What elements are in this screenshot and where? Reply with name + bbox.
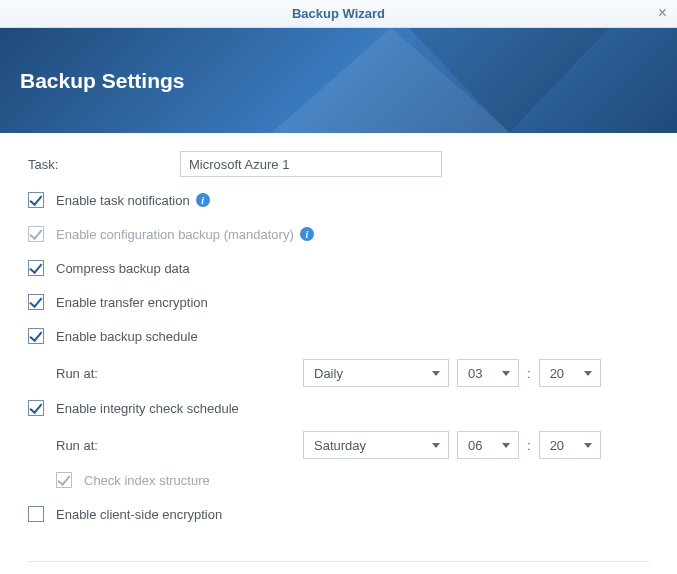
encryption-label: Enable transfer encryption <box>56 295 208 310</box>
close-icon[interactable]: × <box>658 4 667 22</box>
schedule-hour-value: 03 <box>468 366 482 381</box>
compress-row: Compress backup data <box>28 257 649 279</box>
banner: Backup Settings <box>0 28 677 133</box>
check-index-row: Check index structure <box>28 469 649 491</box>
task-input[interactable] <box>180 151 442 177</box>
notification-row: Enable task notification i <box>28 189 649 211</box>
client-encryption-checkbox[interactable] <box>28 506 44 522</box>
config-backup-checkbox <box>28 226 44 242</box>
integrity-frequency-value: Saturday <box>314 438 366 453</box>
integrity-hour-value: 06 <box>468 438 482 453</box>
integrity-label: Enable integrity check schedule <box>56 401 239 416</box>
window-title: Backup Wizard <box>292 6 385 21</box>
integrity-minute-value: 20 <box>550 438 564 453</box>
info-icon[interactable]: i <box>196 193 210 207</box>
task-label: Task: <box>28 157 180 172</box>
notification-label: Enable task notification <box>56 193 190 208</box>
schedule-label: Enable backup schedule <box>56 329 198 344</box>
form-content: Task: Enable task notification i Enable … <box>0 133 677 547</box>
config-backup-row: Enable configuration backup (mandatory) … <box>28 223 649 245</box>
integrity-row: Enable integrity check schedule <box>28 397 649 419</box>
schedule-frequency-select[interactable]: Daily <box>303 359 449 387</box>
check-index-label: Check index structure <box>84 473 210 488</box>
schedule-hour-select[interactable]: 03 <box>457 359 519 387</box>
encryption-row: Enable transfer encryption <box>28 291 649 313</box>
schedule-minute-select[interactable]: 20 <box>539 359 601 387</box>
chevron-down-icon <box>584 443 592 448</box>
footer: Back Next Cancel <box>0 562 677 574</box>
client-encryption-label: Enable client-side encryption <box>56 507 222 522</box>
check-index-checkbox <box>56 472 72 488</box>
integrity-minute-select[interactable]: 20 <box>539 431 601 459</box>
chevron-down-icon <box>584 371 592 376</box>
page-title: Backup Settings <box>20 69 185 93</box>
integrity-checkbox[interactable] <box>28 400 44 416</box>
schedule-minute-value: 20 <box>550 366 564 381</box>
compress-checkbox[interactable] <box>28 260 44 276</box>
chevron-down-icon <box>502 443 510 448</box>
schedule-checkbox[interactable] <box>28 328 44 344</box>
task-row: Task: <box>28 151 649 177</box>
config-backup-label: Enable configuration backup (mandatory) <box>56 227 294 242</box>
client-encryption-row: Enable client-side encryption <box>28 503 649 525</box>
integrity-runat-row: Run at: Saturday 06 : 20 <box>28 431 649 459</box>
integrity-hour-select[interactable]: 06 <box>457 431 519 459</box>
compress-label: Compress backup data <box>56 261 190 276</box>
chevron-down-icon <box>432 443 440 448</box>
schedule-runat-row: Run at: Daily 03 : 20 <box>28 359 649 387</box>
integrity-runat-label: Run at: <box>56 438 303 453</box>
integrity-frequency-select[interactable]: Saturday <box>303 431 449 459</box>
chevron-down-icon <box>502 371 510 376</box>
notification-checkbox[interactable] <box>28 192 44 208</box>
schedule-frequency-value: Daily <box>314 366 343 381</box>
runat-label: Run at: <box>56 366 303 381</box>
info-icon[interactable]: i <box>300 227 314 241</box>
titlebar: Backup Wizard × <box>0 0 677 28</box>
time-separator: : <box>527 438 531 453</box>
encryption-checkbox[interactable] <box>28 294 44 310</box>
chevron-down-icon <box>432 371 440 376</box>
time-separator: : <box>527 366 531 381</box>
schedule-row: Enable backup schedule <box>28 325 649 347</box>
